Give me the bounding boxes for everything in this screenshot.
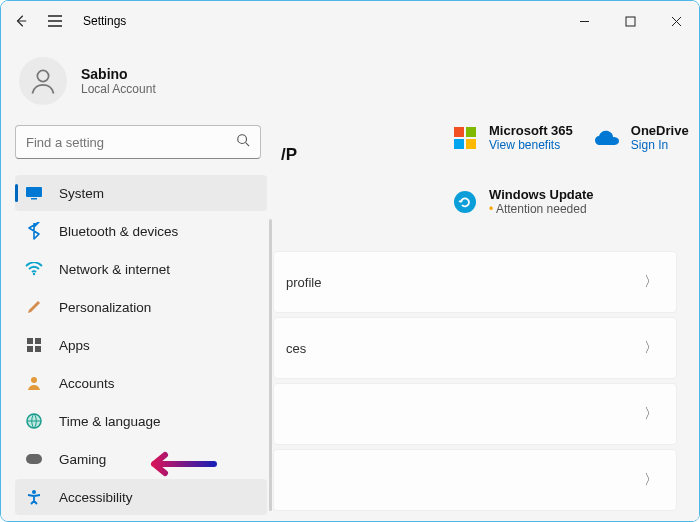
sidebar-item-personalization[interactable]: Personalization	[15, 289, 267, 325]
svg-rect-7	[35, 338, 41, 344]
brush-icon	[25, 298, 43, 316]
sidebar-item-gaming[interactable]: Gaming	[15, 441, 267, 477]
account-icon	[25, 374, 43, 392]
tile-sub[interactable]: Sign In	[631, 138, 689, 152]
sidebar-scrollbar[interactable]	[269, 219, 272, 511]
apps-icon	[25, 336, 43, 354]
svg-rect-17	[466, 139, 476, 149]
sidebar-item-label: Apps	[59, 338, 90, 353]
sidebar-item-time-language[interactable]: Time & language	[15, 403, 267, 439]
globe-icon	[25, 412, 43, 430]
settings-row[interactable]: 〉	[273, 449, 677, 511]
sidebar-item-label: Time & language	[59, 414, 161, 429]
row-label: profile	[286, 275, 321, 290]
sidebar-item-network[interactable]: Network & internet	[15, 251, 267, 287]
main-content: /P Microsoft 365 View benefits OneDrive …	[273, 41, 699, 521]
sidebar-nav: System Bluetooth & devices Network & int…	[15, 175, 267, 515]
chevron-right-icon: 〉	[644, 273, 658, 291]
svg-point-10	[31, 377, 37, 383]
chevron-right-icon: 〉	[644, 339, 658, 357]
page-heading-partial: /P	[281, 145, 297, 165]
search-icon	[236, 133, 250, 151]
svg-point-1	[37, 70, 48, 81]
profile-name: Sabino	[81, 66, 156, 82]
svg-rect-16	[454, 139, 464, 149]
gaming-icon	[25, 450, 43, 468]
svg-point-5	[33, 273, 35, 275]
profile-block[interactable]: Sabino Local Account	[15, 49, 267, 121]
titlebar: Settings	[1, 1, 699, 41]
svg-point-13	[32, 490, 36, 494]
sidebar-item-label: System	[59, 186, 104, 201]
avatar	[19, 57, 67, 105]
svg-rect-12	[26, 454, 42, 464]
close-button[interactable]	[653, 1, 699, 41]
sidebar-item-label: Network & internet	[59, 262, 170, 277]
wifi-icon	[25, 260, 43, 278]
tile-sub[interactable]: Attention needed	[489, 202, 594, 216]
tile-sub[interactable]: View benefits	[489, 138, 573, 152]
svg-rect-6	[27, 338, 33, 344]
svg-rect-0	[626, 17, 635, 26]
sidebar-item-label: Accessibility	[59, 490, 133, 505]
tile-onedrive[interactable]: OneDrive Sign In	[593, 123, 689, 152]
sidebar: Sabino Local Account System Bluetooth & …	[1, 41, 273, 521]
sidebar-item-apps[interactable]: Apps	[15, 327, 267, 363]
tile-windows-update[interactable]: Windows Update Attention needed	[451, 187, 594, 216]
settings-row[interactable]: profile 〉	[273, 251, 677, 313]
settings-row[interactable]: 〉	[273, 383, 677, 445]
sidebar-item-accounts[interactable]: Accounts	[15, 365, 267, 401]
onedrive-icon	[593, 124, 621, 152]
svg-rect-8	[27, 346, 33, 352]
sidebar-item-label: Bluetooth & devices	[59, 224, 178, 239]
profile-sub: Local Account	[81, 82, 156, 96]
sidebar-item-accessibility[interactable]: Accessibility	[15, 479, 267, 515]
svg-rect-14	[454, 127, 464, 137]
chevron-right-icon: 〉	[644, 405, 658, 423]
settings-row[interactable]: ces 〉	[273, 317, 677, 379]
svg-point-18	[454, 191, 476, 213]
tile-title: Windows Update	[489, 187, 594, 202]
hamburger-icon[interactable]	[45, 11, 65, 31]
back-button[interactable]	[11, 11, 31, 31]
minimize-button[interactable]	[561, 1, 607, 41]
ms365-icon	[451, 124, 479, 152]
sidebar-item-label: Personalization	[59, 300, 151, 315]
sidebar-item-system[interactable]: System	[15, 175, 267, 211]
tile-title: OneDrive	[631, 123, 689, 138]
svg-point-2	[238, 135, 247, 144]
svg-rect-15	[466, 127, 476, 137]
svg-rect-3	[26, 187, 42, 197]
sidebar-item-label: Accounts	[59, 376, 115, 391]
window-title: Settings	[83, 14, 126, 28]
sidebar-item-label: Gaming	[59, 452, 106, 467]
svg-rect-9	[35, 346, 41, 352]
row-label: ces	[286, 341, 306, 356]
monitor-icon	[25, 184, 43, 202]
search-input[interactable]	[26, 135, 236, 150]
maximize-button[interactable]	[607, 1, 653, 41]
search-box[interactable]	[15, 125, 261, 159]
settings-rows: profile 〉 ces 〉 〉 〉	[273, 251, 677, 511]
svg-rect-4	[31, 198, 37, 200]
chevron-right-icon: 〉	[644, 471, 658, 489]
accessibility-icon	[25, 488, 43, 506]
bluetooth-icon	[25, 222, 43, 240]
tile-ms365[interactable]: Microsoft 365 View benefits	[451, 123, 573, 152]
sidebar-item-bluetooth[interactable]: Bluetooth & devices	[15, 213, 267, 249]
update-icon	[451, 188, 479, 216]
tile-title: Microsoft 365	[489, 123, 573, 138]
